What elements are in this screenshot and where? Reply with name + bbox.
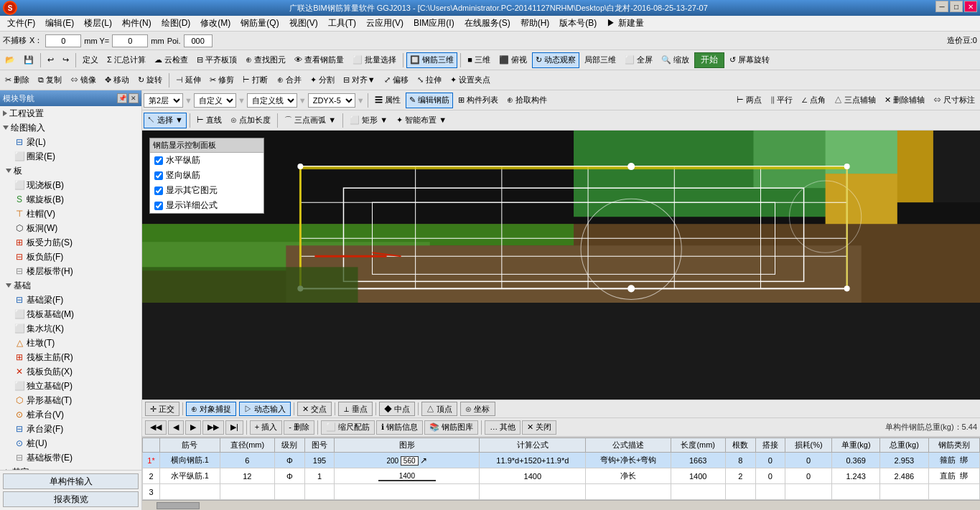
btn-pick-comp[interactable]: ⊕ 拾取构件: [503, 93, 551, 108]
linetype2-select[interactable]: 自定义线: [247, 93, 297, 108]
btn-property[interactable]: ☰ 属性: [371, 93, 404, 108]
row1-overlap[interactable]: 0: [755, 453, 785, 468]
canvas-area[interactable]: 钢筋显示控制面板 水平纵筋 竖向纵筋 显示其它图元: [142, 131, 980, 400]
menu-help[interactable]: 帮助(H): [516, 16, 554, 31]
btn-screen-rotate[interactable]: ↺ 屏幕旋转: [726, 52, 773, 68]
btn-extend[interactable]: ⊣ 延伸: [172, 72, 205, 88]
btn-other[interactable]: … 其他: [485, 420, 521, 435]
sidebar-group-settings[interactable]: 工程设置: [0, 106, 141, 121]
btn-batch-select[interactable]: ⬜ 批量选择: [349, 52, 400, 68]
sidebar-item-raftneg[interactable]: ✕ 筏板负筋(X): [0, 364, 141, 379]
sidebar-group-other[interactable]: 其它: [0, 465, 141, 470]
btn-scale-rebar[interactable]: ⬜ 缩尺配筋: [321, 420, 375, 435]
sidebar-close[interactable]: ✕: [129, 93, 139, 103]
sidebar-item-castslab[interactable]: ⬜ 现浇板(B): [0, 178, 141, 192]
btn-view-rebar[interactable]: 👁 查看钢筋量: [291, 52, 347, 68]
btn-add-length[interactable]: ⊙ 点加长度: [227, 113, 274, 128]
btn-rect[interactable]: ⬜ 矩形 ▼: [346, 113, 391, 128]
menu-tools[interactable]: 工具(T): [324, 16, 360, 31]
btn-define[interactable]: 定义: [79, 52, 102, 68]
menu-floor[interactable]: 楼层(L): [80, 16, 116, 31]
sidebar-scroll[interactable]: 工程设置 绘图输入 ⊟ 梁(L) ⬜ 圈梁(E) 板: [0, 106, 141, 470]
row1-length[interactable]: 1663: [671, 453, 725, 468]
menu-modify[interactable]: 修改(M): [196, 16, 235, 31]
btn-setpoint[interactable]: ✦ 设置夹点: [447, 72, 494, 88]
btn-orthogonal[interactable]: ✛ 正交: [145, 402, 179, 416]
row2-name[interactable]: 水平纵筋.1: [160, 468, 220, 484]
row1-totalw[interactable]: 2.953: [880, 453, 928, 468]
row2-fignum[interactable]: 1: [304, 468, 335, 484]
sidebar-item-pile[interactable]: ⊙ 桩(U): [0, 436, 141, 450]
sidebar-group-found[interactable]: 基础: [0, 278, 141, 293]
btn-offset[interactable]: ⤢ 偏移: [381, 72, 412, 88]
btn-obj-snap[interactable]: ⊕ 对象捕捉: [186, 402, 236, 416]
chk-vert[interactable]: [154, 171, 163, 180]
row1-name[interactable]: 横向钢筋.1: [160, 453, 220, 468]
btn-insert[interactable]: + 插入: [250, 420, 282, 435]
btn-single-input[interactable]: 单构件输入: [3, 473, 139, 489]
row2-count[interactable]: 2: [725, 468, 755, 484]
btn-trim[interactable]: ✂ 修剪: [206, 72, 238, 88]
sidebar-item-pilecap[interactable]: ⊙ 桩承台(V): [0, 407, 141, 422]
btn-close-table[interactable]: ✕ 关闭: [522, 420, 556, 435]
btn-edit-rebar[interactable]: ✎ 编辑钢筋: [406, 93, 453, 108]
menu-bim[interactable]: BIM应用(I): [409, 16, 459, 31]
btn-coord[interactable]: ⊙ 坐标: [460, 402, 495, 416]
menu-rebar-qty[interactable]: 钢筋量(Q): [236, 16, 283, 31]
row2-unitw[interactable]: 1.243: [832, 468, 880, 484]
menu-file[interactable]: 文件(F): [3, 16, 39, 31]
sidebar-group-slab[interactable]: 板: [0, 164, 141, 178]
btn-nav-first[interactable]: ◀◀: [145, 420, 167, 435]
row3-diameter[interactable]: [220, 484, 274, 500]
chk-horiz[interactable]: [154, 156, 163, 165]
btn-merge[interactable]: ⊕ 合并: [274, 72, 305, 88]
btn-3d[interactable]: ■ 三维: [464, 52, 494, 68]
btn-break[interactable]: ⊢ 打断: [239, 72, 271, 88]
btn-select[interactable]: ↖ 选择 ▼: [144, 113, 187, 128]
sidebar-item-raftmain[interactable]: ⊞ 筏板主筋(R): [0, 350, 141, 364]
row2-overlap[interactable]: 0: [755, 468, 785, 484]
btn-report[interactable]: 报表预览: [3, 491, 139, 507]
btn-undo[interactable]: ↩: [44, 52, 57, 68]
sidebar-item-colcap[interactable]: ⊤ 柱帽(V): [0, 207, 141, 221]
btn-local-3d[interactable]: 局部三维: [581, 52, 620, 68]
btn-copy[interactable]: ⧉ 复制: [34, 72, 65, 88]
row1-unitw[interactable]: 0.369: [832, 453, 880, 468]
zdyx-select[interactable]: ZDYX-5: [308, 93, 355, 108]
btn-midpt[interactable]: ◆ 中点: [379, 402, 415, 416]
btn-cloud-check[interactable]: ☁ 云检查: [151, 52, 192, 68]
row1-diameter[interactable]: 6: [220, 453, 274, 468]
btn-dynamic-view[interactable]: ↻ 动态观察: [532, 52, 579, 68]
menu-cloud[interactable]: 云应用(V): [362, 16, 408, 31]
btn-flatten[interactable]: ⊟ 平齐板顶: [193, 52, 241, 68]
btn-nav-prev[interactable]: ◀: [168, 420, 184, 435]
btn-parallel[interactable]: ∥ 平行: [767, 93, 796, 108]
sidebar-group-drawing[interactable]: 绘图输入: [0, 121, 141, 135]
btn-save[interactable]: 💾: [20, 52, 37, 68]
data-table-container[interactable]: 筋号 直径(mm) 级别 图号 图形 计算公式 公式描述 长度(mm) 根数 搭…: [142, 437, 980, 500]
btn-two-pts[interactable]: ⊢ 两点: [733, 93, 765, 108]
table-row[interactable]: 1* 横向钢筋.1 6 Φ 195 200 560 ↗: [143, 453, 980, 468]
btn-mirror[interactable]: ⇔ 镜像: [67, 72, 100, 88]
btn-nav-last[interactable]: ▶▶: [202, 420, 224, 435]
sidebar-item-oddfound[interactable]: ⬡ 异形基础(T): [0, 393, 141, 407]
menu-edit[interactable]: 编辑(E): [41, 16, 78, 31]
row2-loss[interactable]: 0: [785, 468, 832, 484]
layer-select[interactable]: 第2层: [144, 93, 183, 108]
row1-formula[interactable]: 11.9*d+1520+11.9*d: [480, 453, 586, 468]
row2-length[interactable]: 1400: [671, 468, 725, 484]
btn-angle[interactable]: ∠ 点角: [798, 93, 829, 108]
close-button[interactable]: ✕: [964, 1, 977, 12]
menu-version[interactable]: 版本号(B): [555, 16, 601, 31]
btn-perp[interactable]: ⊥ 垂点: [338, 402, 373, 416]
btn-stretch[interactable]: ⤡ 拉伸: [414, 72, 445, 88]
row1-fignum[interactable]: 195: [304, 453, 335, 468]
row3-overlap[interactable]: [755, 484, 785, 500]
btn-rebar-3d[interactable]: 🔲 钢筋三维: [406, 52, 457, 68]
minimize-button[interactable]: ─: [935, 1, 948, 12]
btn-move[interactable]: ✥ 移动: [101, 72, 133, 88]
btn-endpoint[interactable]: △ 顶点: [421, 402, 457, 416]
btn-start[interactable]: 开始: [694, 52, 724, 68]
maximize-button[interactable]: □: [950, 1, 963, 12]
menu-online[interactable]: 在线服务(S): [460, 16, 515, 31]
